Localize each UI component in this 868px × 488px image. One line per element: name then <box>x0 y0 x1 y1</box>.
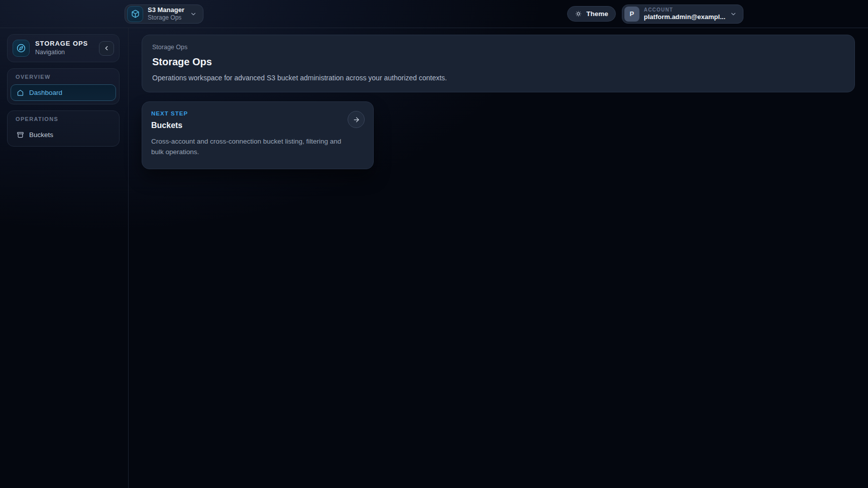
app-title: S3 Manager <box>148 6 184 14</box>
archive-icon <box>17 131 24 139</box>
topbar-inner: S3 Manager Storage Ops Theme P ACCOUNT p… <box>125 0 743 28</box>
page-header-card: Storage Ops Storage Ops Operations works… <box>142 35 855 92</box>
sidebar-subtitle: Navigation <box>35 48 88 56</box>
box-icon <box>127 6 143 22</box>
app-subtitle: Storage Ops <box>148 14 181 22</box>
account-label: ACCOUNT <box>644 7 673 13</box>
page-description: Operations workspace for advanced S3 buc… <box>152 74 844 82</box>
chevron-left-icon <box>103 45 110 52</box>
sidebar-item-dashboard[interactable]: Dashboard <box>11 84 116 101</box>
body-row: STORAGE OPS Navigation OVERVIEW Dashboar… <box>0 28 868 488</box>
chevron-down-icon <box>190 11 197 18</box>
next-step-description: Cross-account and cross-connection bucke… <box>151 137 353 158</box>
sidebar-item-label: Buckets <box>29 131 53 139</box>
app-root: S3 Manager Storage Ops Theme P ACCOUNT p… <box>0 0 868 488</box>
sidebar-item-label: Dashboard <box>29 89 62 96</box>
app-switcher-button[interactable]: S3 Manager Storage Ops <box>125 5 203 24</box>
sun-icon <box>575 10 582 18</box>
account-menu-button[interactable]: P ACCOUNT platform.admin@exampl... <box>622 5 743 24</box>
sidebar-section-overview: OVERVIEW Dashboard <box>7 68 120 104</box>
sidebar-item-buckets[interactable]: Buckets <box>11 127 116 143</box>
theme-button-label: Theme <box>586 10 608 18</box>
topbar: S3 Manager Storage Ops Theme P ACCOUNT p… <box>0 0 868 28</box>
app-switcher-text: S3 Manager Storage Ops <box>148 6 184 22</box>
compass-icon <box>13 40 30 57</box>
avatar: P <box>624 7 639 22</box>
next-step-eyebrow: NEXT STEP <box>151 110 364 116</box>
account-email: platform.admin@exampl... <box>644 13 725 22</box>
arrow-right-icon <box>353 116 360 124</box>
next-step-card[interactable]: NEXT STEP Buckets Cross-account and cros… <box>142 101 374 169</box>
next-step-title: Buckets <box>151 121 364 130</box>
sidebar-section-operations: OPERATIONS Buckets <box>7 110 120 147</box>
main-content: Storage Ops Storage Ops Operations works… <box>129 28 868 488</box>
theme-button[interactable]: Theme <box>567 6 616 22</box>
sidebar-header: STORAGE OPS Navigation <box>7 34 120 62</box>
chevron-down-icon <box>730 11 737 18</box>
page-title: Storage Ops <box>152 56 844 68</box>
sidebar-header-text: STORAGE OPS Navigation <box>35 40 88 56</box>
home-icon <box>17 89 24 96</box>
sidebar: STORAGE OPS Navigation OVERVIEW Dashboar… <box>0 28 129 488</box>
next-step-arrow-button[interactable] <box>348 111 365 128</box>
section-label-operations: OPERATIONS <box>11 115 116 127</box>
section-label-overview: OVERVIEW <box>11 73 116 84</box>
account-text: ACCOUNT platform.admin@exampl... <box>644 7 725 22</box>
topbar-right-group: Theme P ACCOUNT platform.admin@exampl... <box>567 5 743 24</box>
sidebar-collapse-button[interactable] <box>99 41 114 56</box>
sidebar-title: STORAGE OPS <box>35 40 88 48</box>
breadcrumb: Storage Ops <box>152 44 844 51</box>
